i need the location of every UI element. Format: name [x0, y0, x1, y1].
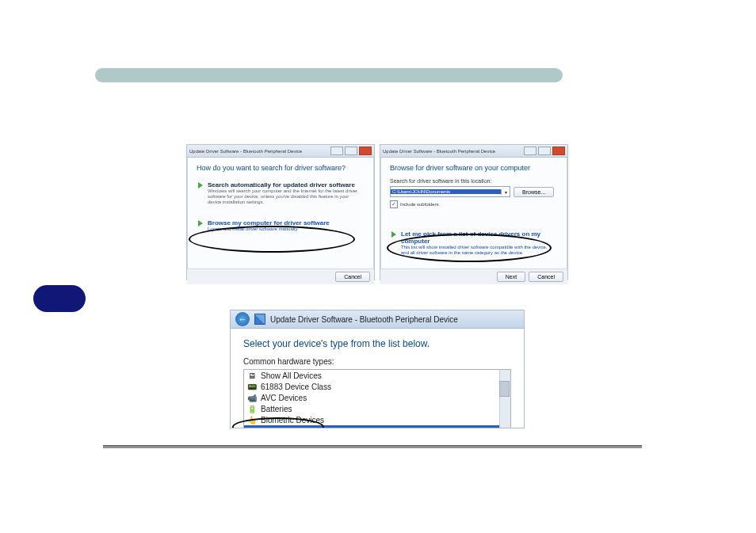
- titlebar: Update Driver Software - Bluetooth Perip…: [380, 145, 567, 158]
- list-item[interactable]: 📹AVC Devices: [244, 392, 510, 403]
- scrollbar[interactable]: [499, 370, 510, 428]
- hardware-type-listbox[interactable]: 🖥Show All Devices 📟61883 Device Class 📹A…: [243, 369, 511, 428]
- window-controls: [330, 147, 372, 155]
- maximize-button[interactable]: [538, 147, 551, 155]
- option-title: Search automatically for updated driver …: [208, 181, 361, 188]
- window-title: Update Driver Software - Bluetooth Perip…: [383, 149, 495, 154]
- section-header-bar: [95, 68, 563, 82]
- page-divider: [103, 445, 642, 448]
- device-class-icon: 📟: [247, 382, 257, 391]
- biometric-icon: 👆: [247, 415, 257, 424]
- window-icon: [254, 314, 265, 325]
- cancel-button[interactable]: Cancel: [529, 272, 563, 282]
- list-item-selected[interactable]: ᚼBluetooth Radios: [244, 425, 510, 428]
- option-desc: This list will show installed driver sof…: [401, 245, 555, 256]
- list-item[interactable]: 📟61883 Device Class: [244, 381, 510, 392]
- wizard-headline: How do you want to search for driver sof…: [197, 164, 365, 172]
- minimize-button[interactable]: [524, 147, 536, 155]
- option-title: Browse my computer for driver software: [208, 219, 361, 227]
- path-combobox[interactable]: C:\Users\JOHN\Documents ▾: [390, 186, 510, 197]
- window-title: Update Driver Software - Bluetooth Perip…: [270, 315, 458, 324]
- arrow-icon: [198, 220, 203, 227]
- option-desc: Windows will search your computer and th…: [208, 188, 361, 205]
- scroll-thumb[interactable]: [499, 381, 510, 397]
- devices-icon: 🖥: [247, 371, 257, 380]
- path-value: C:\Users\JOHN\Documents: [391, 189, 501, 194]
- titlebar: Update Driver Software - Bluetooth Perip…: [187, 145, 374, 158]
- maximize-button[interactable]: [345, 147, 357, 155]
- arrow-icon: [198, 182, 203, 188]
- minimize-button[interactable]: [330, 147, 343, 155]
- checkbox-icon: ✓: [390, 200, 398, 208]
- update-driver-window-3: ← Update Driver Software - Bluetooth Per…: [230, 310, 525, 428]
- back-button[interactable]: ←: [235, 312, 250, 326]
- list-item[interactable]: 👆Biometric Devices: [244, 414, 510, 425]
- option-browse-computer[interactable]: Browse my computer for driver software L…: [197, 216, 365, 235]
- chevron-down-icon[interactable]: ▾: [501, 189, 510, 195]
- list-item-label: AVC Devices: [261, 394, 307, 402]
- update-driver-window-2: Update Driver Software - Bluetooth Perip…: [380, 144, 568, 280]
- avc-icon: 📹: [247, 393, 257, 402]
- list-item-label: Biometric Devices: [261, 416, 324, 424]
- wizard-headline: Browse for driver software on your compu…: [390, 164, 558, 172]
- option-title: Let me pick from a list of device driver…: [401, 230, 555, 245]
- close-button[interactable]: [359, 147, 372, 155]
- next-button[interactable]: Next: [497, 272, 525, 282]
- button-row: Cancel: [187, 268, 374, 284]
- titlebar: ← Update Driver Software - Bluetooth Per…: [231, 310, 524, 329]
- document-page: Update Driver Software - Bluetooth Perip…: [0, 0, 756, 533]
- option-desc: Locate and install driver software manua…: [208, 227, 361, 232]
- list-item-label: Bluetooth Radios: [261, 427, 321, 429]
- search-location-label: Search for driver software in this locat…: [390, 178, 558, 184]
- window-title: Update Driver Software - Bluetooth Perip…: [189, 149, 302, 154]
- cancel-button[interactable]: Cancel: [335, 272, 370, 282]
- button-row: Next Cancel: [380, 268, 567, 284]
- common-hardware-label: Common hardware types:: [243, 357, 511, 366]
- option-pick-from-list[interactable]: Let me pick from a list of device driver…: [390, 227, 558, 259]
- checkbox-label: Include subfolders: [400, 202, 439, 207]
- bluetooth-icon: ᚼ: [247, 426, 257, 428]
- side-badge: [33, 285, 86, 312]
- list-item[interactable]: 🔋Batteries: [244, 403, 510, 414]
- update-driver-window-1: Update Driver Software - Bluetooth Perip…: [186, 144, 375, 280]
- list-item[interactable]: 🖥Show All Devices: [244, 370, 510, 381]
- include-subfolders-checkbox[interactable]: ✓ Include subfolders: [390, 200, 558, 208]
- battery-icon: 🔋: [247, 404, 257, 413]
- option-search-automatically[interactable]: Search automatically for updated driver …: [197, 178, 365, 208]
- list-item-label: Show All Devices: [261, 371, 322, 380]
- browse-button[interactable]: Browse...: [514, 187, 554, 197]
- wizard-headline: Select your device's type from the list …: [243, 338, 511, 349]
- list-item-label: Batteries: [261, 405, 292, 413]
- list-item-label: 61883 Device Class: [261, 383, 331, 391]
- arrow-icon: [391, 231, 396, 238]
- arrow-left-icon: ←: [239, 314, 247, 324]
- window-controls: [524, 147, 565, 155]
- close-button[interactable]: [552, 147, 565, 155]
